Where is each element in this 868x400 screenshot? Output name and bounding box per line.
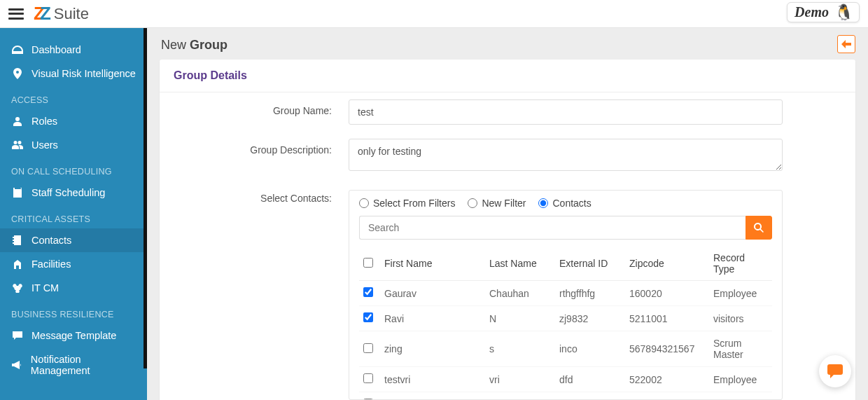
- sidebar-item-label: Dashboard: [31, 44, 81, 55]
- brand-text: Suite: [54, 5, 89, 23]
- table-row[interactable]: RajiThotakurazj00656521286Employee: [359, 392, 772, 400]
- sidebar-section-oncall: ON CALL SCHEDULING: [0, 157, 147, 181]
- facilities-icon: [11, 259, 24, 269]
- sidebar-item-notification-management[interactable]: Notification Management: [0, 347, 147, 382]
- label-group-description: Group Description:: [188, 139, 349, 156]
- sidebar-item-label: Facilities: [31, 258, 71, 270]
- chat-icon: [827, 364, 843, 378]
- contacts-search-button[interactable]: [746, 216, 772, 240]
- chat-fab-button[interactable]: [819, 355, 851, 387]
- main-content: New Group Group Details Group Name: Grou…: [147, 28, 868, 400]
- radio-new-filter[interactable]: New Filter: [468, 198, 526, 209]
- table-row[interactable]: RaviNzj98325211001visitors: [359, 306, 772, 331]
- sidebar-item-message-template[interactable]: Message Template: [0, 324, 147, 347]
- sidebar-item-itcm[interactable]: IT CM: [0, 276, 147, 300]
- radio-input-new-filter[interactable]: [468, 198, 477, 208]
- sidebar-item-staff-scheduling[interactable]: Staff Scheduling: [0, 181, 147, 205]
- contacts-table: First Name Last Name External ID Zipcode…: [359, 247, 772, 399]
- cell-last-name: vri: [485, 367, 555, 392]
- radio-label: Contacts: [552, 198, 591, 209]
- textarea-group-description[interactable]: only for testing: [349, 139, 783, 171]
- row-checkbox[interactable]: [363, 399, 373, 399]
- cell-first-name: zing: [380, 331, 485, 367]
- cell-external-id: dfd: [555, 367, 625, 392]
- card-header: Group Details: [160, 60, 855, 92]
- cell-first-name: Ravi: [380, 306, 485, 331]
- cell-first-name: Raji: [380, 392, 485, 400]
- table-row[interactable]: GauravChauhanrthgffhfg160020Employee: [359, 281, 772, 306]
- row-checkbox[interactable]: [363, 312, 373, 322]
- label-group-name: Group Name:: [188, 99, 349, 116]
- group-details-card: Group Details Group Name: Group Descript…: [160, 60, 855, 400]
- sidebar-item-users[interactable]: Users: [0, 133, 147, 157]
- sidebar-item-visual-risk[interactable]: Visual Risk Intelligence: [0, 62, 147, 85]
- th-record-type[interactable]: Record Type: [709, 247, 772, 281]
- radio-select-from-filters[interactable]: Select From Filters: [359, 198, 455, 209]
- contacts-search-input[interactable]: [359, 216, 746, 240]
- input-group-name[interactable]: [349, 99, 783, 125]
- sidebar-item-roles[interactable]: Roles: [0, 109, 147, 133]
- megaphone-icon: [11, 361, 23, 369]
- contacts-icon: [11, 235, 24, 245]
- cell-zipcode: 521286: [625, 392, 709, 400]
- demo-badge[interactable]: Demo 🐧: [787, 2, 860, 22]
- page-title-bar: New Group: [147, 28, 868, 60]
- arrow-left-icon: [841, 40, 851, 48]
- branch-icon: [11, 283, 24, 293]
- table-row[interactable]: zingsinco567894321567Scrum Master: [359, 331, 772, 367]
- label-select-contacts: Select Contacts:: [188, 187, 349, 204]
- cell-external-id: zj00656: [555, 392, 625, 400]
- sidebar-item-label: Roles: [31, 116, 57, 127]
- brand-logo[interactable]: ZZ Suite: [34, 3, 89, 25]
- cell-external-id: inco: [555, 331, 625, 367]
- row-checkbox[interactable]: [363, 287, 373, 297]
- row-checkbox[interactable]: [363, 373, 373, 383]
- cell-record-type: Employee: [709, 367, 772, 392]
- sidebar-item-label: Message Template: [31, 330, 116, 341]
- contacts-search-row: [349, 216, 782, 247]
- checkbox-select-all[interactable]: [363, 258, 373, 268]
- radio-label: New Filter: [482, 198, 526, 209]
- cell-last-name: s: [485, 331, 555, 367]
- page-title-new: New: [161, 38, 186, 52]
- pin-icon: [11, 68, 24, 79]
- cell-first-name: Gaurav: [380, 281, 485, 306]
- sidebar-section-critical: CRITICAL ASSETS: [0, 205, 147, 228]
- radio-input-contacts[interactable]: [538, 198, 548, 208]
- cell-last-name: Chauhan: [485, 281, 555, 306]
- radio-label: Select From Filters: [373, 198, 455, 209]
- sidebar-item-facilities[interactable]: Facilities: [0, 252, 147, 276]
- logo-z-icon: ZZ: [34, 3, 51, 25]
- radio-contacts[interactable]: Contacts: [538, 198, 591, 209]
- cell-external-id: rthgffhfg: [555, 281, 625, 306]
- sidebar-item-label: Visual Risk Intelligence: [31, 68, 136, 79]
- th-first-name[interactable]: First Name: [380, 247, 485, 281]
- menu-toggle-button[interactable]: [8, 8, 24, 20]
- sidebar-section-business: BUSINESS RESILIENCE: [0, 300, 147, 324]
- sidebar-item-label: Staff Scheduling: [31, 187, 105, 198]
- form-row-select-contacts: Select Contacts: Select From Filters New…: [160, 180, 855, 400]
- table-row[interactable]: testvrivridfd522002Employee: [359, 367, 772, 392]
- sidebar-item-label: IT CM: [31, 282, 59, 294]
- cell-record-type: visitors: [709, 306, 772, 331]
- user-icon: [11, 116, 24, 126]
- cell-zipcode: 567894321567: [625, 331, 709, 367]
- sidebar-item-label: Notification Management: [31, 354, 136, 376]
- th-zipcode[interactable]: Zipcode: [625, 247, 709, 281]
- sidebar-item-dashboard[interactable]: Dashboard: [0, 38, 147, 62]
- cell-zipcode: 5211001: [625, 306, 709, 331]
- page-title-group: Group: [190, 38, 227, 52]
- radio-input-filters[interactable]: [359, 198, 369, 208]
- contacts-table-scroll[interactable]: First Name Last Name External ID Zipcode…: [359, 247, 782, 399]
- cell-last-name: N: [485, 306, 555, 331]
- row-checkbox[interactable]: [363, 343, 373, 353]
- th-external-id[interactable]: External ID: [555, 247, 625, 281]
- back-button[interactable]: [837, 35, 855, 53]
- cell-record-type: Employee: [709, 392, 772, 400]
- th-last-name[interactable]: Last Name: [485, 247, 555, 281]
- penguin-icon: 🐧: [834, 5, 853, 20]
- users-icon: [11, 141, 24, 149]
- table-header-row: First Name Last Name External ID Zipcode…: [359, 247, 772, 281]
- form-row-group-description: Group Description: only for testing: [160, 132, 855, 180]
- sidebar-item-contacts[interactable]: Contacts: [0, 228, 147, 252]
